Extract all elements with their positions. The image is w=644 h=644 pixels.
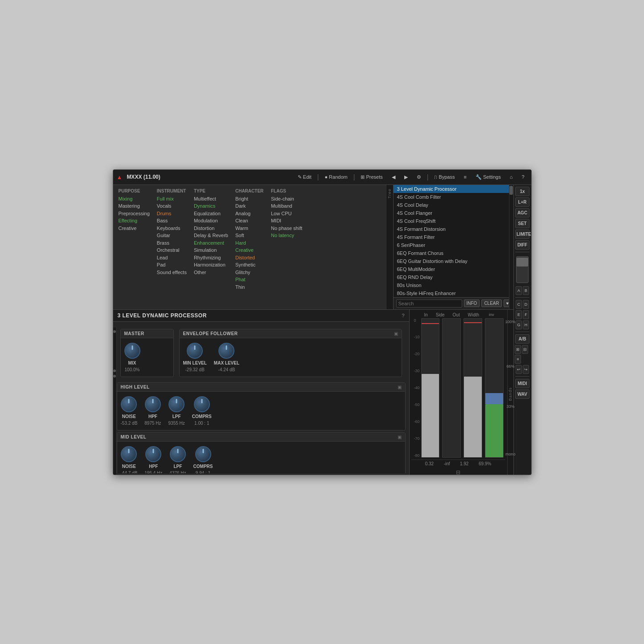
char-thin[interactable]: Thin <box>235 283 264 291</box>
high-level-icon[interactable]: ▣ <box>398 385 402 390</box>
wav-button[interactable]: WAV <box>515 390 529 399</box>
a-button[interactable]: A <box>516 286 522 295</box>
char-warm[interactable]: Warm <box>235 225 264 232</box>
mix-knob[interactable] <box>124 343 140 359</box>
grid3-button[interactable]: ≡ <box>515 355 521 364</box>
type-rhythmizing[interactable]: Rhythmizing <box>194 254 228 262</box>
hl-noise-knob[interactable] <box>121 396 137 412</box>
hl-comprs-knob[interactable] <box>194 396 210 412</box>
e-button[interactable]: E <box>516 310 522 319</box>
inst-keyboards[interactable]: Keyboards <box>157 225 187 232</box>
midi-button[interactable]: MIDI <box>515 379 529 388</box>
char-dark[interactable]: Dark <box>235 202 264 210</box>
preset-item[interactable]: 4S Cool Flanger <box>394 209 509 217</box>
char-bright[interactable]: Bright <box>235 195 264 203</box>
type-other[interactable]: Other <box>194 269 228 276</box>
preset-item[interactable]: 6EQ MultiModder <box>394 265 509 273</box>
ml-noise-knob[interactable] <box>121 446 137 462</box>
flag-sidechain[interactable]: Side-chain <box>271 195 302 203</box>
ml-lpf-knob[interactable] <box>170 446 186 462</box>
search-input[interactable] <box>396 299 462 308</box>
inst-fullmix[interactable]: Full mix <box>157 195 187 203</box>
settings-button[interactable]: 🔧 Settings <box>472 173 504 181</box>
preset-scrollbar[interactable] <box>509 185 513 309</box>
preset-item[interactable]: 6 SeriPhaser <box>394 241 509 249</box>
g-button[interactable]: G <box>516 320 522 329</box>
preset-item[interactable]: 6EQ Formant Chorus <box>394 249 509 257</box>
inst-soundeffects[interactable]: Sound effects <box>157 269 187 276</box>
type-distortion[interactable]: Distortion <box>194 225 228 232</box>
f-button[interactable]: F <box>523 310 529 319</box>
preset-item[interactable]: 6EQ Guitar Distortion with Delay <box>394 257 509 265</box>
help-small-icon[interactable] <box>113 375 116 377</box>
type-enhancement[interactable]: Enhancement <box>194 239 228 247</box>
ab-slider[interactable] <box>516 256 529 283</box>
type-dynamics[interactable]: Dynamics <box>194 202 228 210</box>
c-button[interactable]: C <box>516 300 522 309</box>
preset-item[interactable]: 4S Cool Delay <box>394 201 509 209</box>
preset-item[interactable]: 4S Cool FreqShift <box>394 217 509 225</box>
char-glitchy[interactable]: Glitchy <box>235 269 264 276</box>
char-soft[interactable]: Soft <box>235 232 264 239</box>
maxlevel-knob[interactable] <box>218 343 234 359</box>
inst-lead[interactable]: Lead <box>157 254 187 262</box>
inst-orchestral[interactable]: Orchestral <box>157 246 187 254</box>
type-multieffect[interactable]: Multieffect <box>194 195 228 203</box>
help-button[interactable]: ? <box>518 173 527 180</box>
agc-button[interactable]: AGC <box>515 208 529 217</box>
hl-lpf-knob[interactable] <box>168 396 185 412</box>
diff-button[interactable]: DIFF <box>515 240 529 250</box>
1x-button[interactable]: 1x <box>515 187 529 196</box>
bypass-button[interactable]: ⎍ Bypass <box>431 173 458 180</box>
preset-item[interactable]: 80s-Style HiFreq Enhancer <box>394 289 509 297</box>
inst-pad[interactable]: Pad <box>157 261 187 269</box>
envelope-icon[interactable]: ▣ <box>394 331 398 336</box>
mid-level-icon[interactable]: ▣ <box>398 435 402 439</box>
prev-button[interactable]: ◀ <box>389 173 398 181</box>
presets-button[interactable]: ⊞ Presets <box>357 173 386 181</box>
type-harmonization[interactable]: Harmonization <box>194 261 228 269</box>
flag-nolatency[interactable]: No latency <box>271 232 302 239</box>
inst-brass[interactable]: Brass <box>157 239 187 247</box>
ml-hpf-knob[interactable] <box>145 446 161 462</box>
flag-midi[interactable]: MIDI <box>271 217 302 225</box>
preset-item[interactable]: 6EQ RND Delay <box>394 273 509 281</box>
inst-guitar[interactable]: Guitar <box>157 232 187 239</box>
limiter-button[interactable]: LIMITER <box>515 230 529 239</box>
plugin-scroll-area[interactable]: MASTER MIX 100.0% <box>113 322 409 473</box>
preset-item[interactable]: 4S Formant Distorsion <box>394 225 509 233</box>
purpose-effecting[interactable]: Effecting <box>119 217 150 225</box>
h-button[interactable]: H <box>523 320 529 329</box>
extra-settings-button[interactable]: ⚙ <box>414 173 424 181</box>
info-button[interactable]: INFO <box>464 299 480 307</box>
diff-button[interactable]: ≡ <box>460 173 469 180</box>
inst-drums[interactable]: Drums <box>157 210 187 217</box>
undo-button[interactable]: ↩ <box>516 365 522 374</box>
purpose-mastering[interactable]: Mastering <box>119 202 150 210</box>
purpose-preprocessing[interactable]: Preprocessing <box>119 210 150 217</box>
flag-lowcpu[interactable]: Low CPU <box>271 210 302 217</box>
flag-multiband[interactable]: Multiband <box>271 202 302 210</box>
ml-comprs-knob[interactable] <box>195 446 211 462</box>
preset-item[interactable]: 3 Level Dynamic Processor <box>394 185 509 193</box>
power-icon[interactable] <box>113 369 116 372</box>
type-modulation[interactable]: Modulation <box>194 217 228 225</box>
random-button[interactable]: ● Random <box>321 173 350 180</box>
lr-button[interactable]: L+R <box>515 197 529 207</box>
b-button[interactable]: B <box>523 286 529 295</box>
char-analog[interactable]: Analog <box>235 210 264 217</box>
meter-resize-icon[interactable]: ⊟ <box>456 469 460 475</box>
home-button[interactable]: ⌂ <box>507 173 516 180</box>
set-button[interactable]: SET <box>515 219 529 228</box>
preset-item[interactable]: 4S Formant Filter <box>394 233 509 241</box>
next-button[interactable]: ▶ <box>401 173 411 181</box>
plugin-help-button[interactable]: ? <box>402 313 404 318</box>
char-distorted[interactable]: Distorted <box>235 254 264 262</box>
hl-hpf-knob[interactable] <box>145 396 161 412</box>
preset-item[interactable]: 80s Unison <box>394 281 509 289</box>
grid2-button[interactable]: ⊟ <box>522 345 528 354</box>
char-clean[interactable]: Clean <box>235 217 264 225</box>
clear-button[interactable]: CLEAR <box>481 299 501 307</box>
pause-icon[interactable] <box>113 330 116 333</box>
char-phat[interactable]: Phat <box>235 276 264 283</box>
